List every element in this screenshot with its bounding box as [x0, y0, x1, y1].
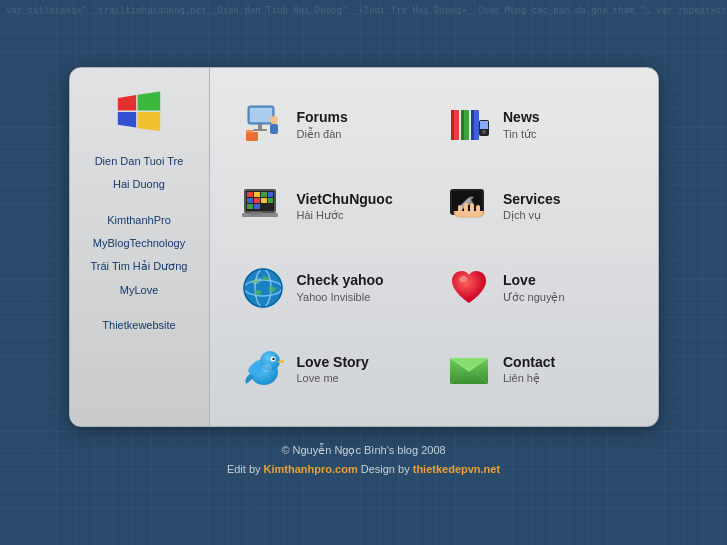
- love-title: Love: [503, 271, 565, 289]
- svg-rect-35: [464, 203, 468, 217]
- vietchunguoc-title: VietChuNguoc: [297, 190, 393, 208]
- checkyahoo-title: Check yahoo: [297, 271, 384, 289]
- vietchunguoc-subtitle: Hài Hước: [297, 208, 393, 222]
- lovestory-icon: [239, 345, 287, 393]
- sidebar-link-hai-duong[interactable]: Hai Duong: [109, 175, 169, 194]
- footer-thietke-link[interactable]: thietkedepvn.net: [413, 463, 500, 475]
- svg-point-49: [262, 364, 272, 372]
- checkyahoo-icon: [239, 264, 287, 312]
- svg-rect-27: [247, 204, 253, 209]
- news-text: News Tin tức: [503, 108, 540, 140]
- svg-rect-9: [451, 110, 454, 140]
- sidebar-link-myblog[interactable]: MyBlogTechnology: [89, 234, 189, 253]
- sidebar-link-thietke[interactable]: Thietkewebsite: [98, 316, 179, 335]
- svg-rect-6: [246, 132, 258, 141]
- sidebar-links: Dien Dan Tuoi Tre Hai Duong KimthanhPro …: [80, 152, 199, 336]
- services-text: Services Dịch vụ: [503, 190, 561, 222]
- services-title: Services: [503, 190, 561, 208]
- svg-rect-11: [461, 110, 464, 140]
- lovestory-text: Love Story Love me: [297, 353, 369, 385]
- svg-rect-37: [476, 205, 480, 217]
- lovestory-item[interactable]: Love Story Love me: [235, 339, 432, 399]
- sidebar-link-kimthanh[interactable]: KimthanhPro: [103, 211, 175, 230]
- svg-rect-5: [270, 124, 278, 134]
- forums-text: Forums Diễn đàn: [297, 108, 348, 140]
- svg-point-48: [272, 358, 274, 360]
- love-item[interactable]: Love Ước nguyện: [441, 258, 638, 318]
- footer: © Nguyễn Ngọc Bình's blog 2008 Edit by K…: [227, 441, 500, 478]
- contact-text: Contact Liên hệ: [503, 353, 555, 385]
- love-icon: [445, 264, 493, 312]
- svg-rect-20: [254, 192, 260, 197]
- services-item[interactable]: Services Dịch vụ: [441, 176, 638, 236]
- svg-rect-24: [254, 198, 260, 203]
- svg-point-16: [482, 130, 486, 134]
- checkyahoo-subtitle: Yahoo Invisible: [297, 290, 384, 304]
- footer-copyright: © Nguyễn Ngọc Bình's blog 2008: [227, 441, 500, 460]
- forums-icon: [239, 101, 287, 149]
- sidebar-link-trai-tim[interactable]: Trái Tim Hải Dương: [87, 257, 192, 276]
- services-icon: [445, 182, 493, 230]
- background-code: var titletext=" _trailtimhaiduong.net _D…: [0, 0, 727, 21]
- forums-title: Forums: [297, 108, 348, 126]
- sidebar-link-mylove[interactable]: MyLove: [116, 281, 163, 300]
- news-title: News: [503, 108, 540, 126]
- svg-rect-34: [458, 205, 462, 217]
- vietchunguoc-item[interactable]: VietChuNguoc Hài Hước: [235, 176, 432, 236]
- contact-subtitle: Liên hệ: [503, 371, 555, 385]
- sidebar: Dien Dan Tuoi Tre Hai Duong KimthanhPro …: [70, 68, 210, 426]
- footer-credits: Edit by Kimthanhpro.com Design by thietk…: [227, 460, 500, 479]
- svg-rect-23: [247, 198, 253, 203]
- svg-rect-2: [258, 124, 262, 129]
- lovestory-subtitle: Love me: [297, 371, 369, 385]
- news-icon: [445, 101, 493, 149]
- main-panel: Dien Dan Tuoi Tre Hai Duong KimthanhPro …: [69, 67, 659, 427]
- svg-rect-15: [480, 121, 488, 129]
- vietchunguoc-icon: [239, 182, 287, 230]
- windows-logo-icon: [115, 88, 163, 136]
- vietchunguoc-text: VietChuNguoc Hài Hước: [297, 190, 393, 222]
- svg-rect-22: [268, 192, 273, 197]
- forums-subtitle: Diễn đàn: [297, 127, 348, 141]
- love-text: Love Ước nguyện: [503, 271, 565, 303]
- love-subtitle: Ước nguyện: [503, 290, 565, 304]
- services-subtitle: Dịch vụ: [503, 208, 561, 222]
- lovestory-title: Love Story: [297, 353, 369, 371]
- svg-rect-3: [253, 129, 267, 131]
- svg-rect-28: [254, 204, 260, 209]
- svg-rect-26: [268, 198, 273, 203]
- sidebar-link-dien-dan[interactable]: Dien Dan Tuoi Tre: [91, 152, 188, 171]
- svg-rect-30: [250, 212, 262, 215]
- news-subtitle: Tin tức: [503, 127, 540, 141]
- svg-rect-36: [470, 203, 474, 217]
- svg-point-4: [270, 116, 278, 124]
- content-grid: Forums Diễn đàn: [210, 68, 658, 426]
- contact-item[interactable]: Contact Liên hệ: [441, 339, 638, 399]
- svg-rect-19: [247, 192, 253, 197]
- checkyahoo-text: Check yahoo Yahoo Invisible: [297, 271, 384, 303]
- checkyahoo-item[interactable]: Check yahoo Yahoo Invisible: [235, 258, 432, 318]
- svg-rect-25: [261, 198, 267, 203]
- svg-rect-21: [261, 192, 267, 197]
- forums-item[interactable]: Forums Diễn đàn: [235, 95, 432, 155]
- footer-kimthanh-link[interactable]: Kimthanhpro.com: [264, 463, 358, 475]
- svg-rect-13: [471, 110, 474, 140]
- news-item[interactable]: News Tin tức: [441, 95, 638, 155]
- svg-rect-7: [246, 130, 253, 133]
- contact-title: Contact: [503, 353, 555, 371]
- contact-icon: [445, 345, 493, 393]
- svg-rect-1: [250, 108, 272, 122]
